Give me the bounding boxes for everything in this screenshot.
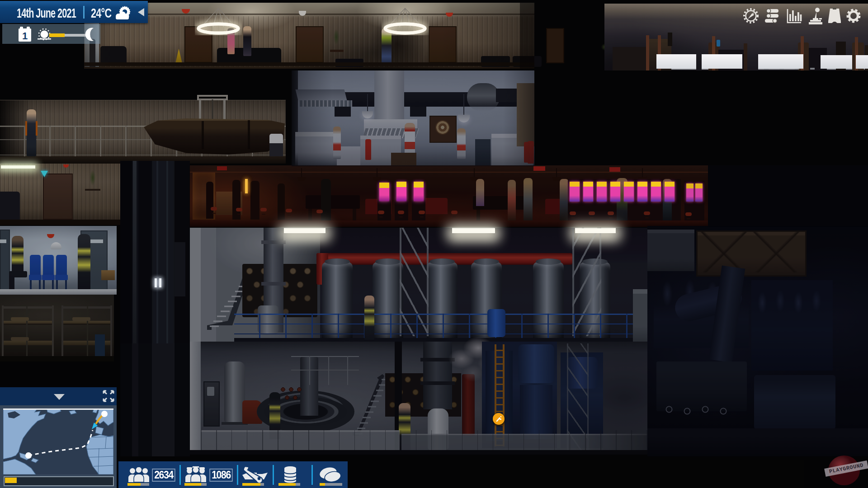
- svg-text:1: 1: [22, 30, 28, 42]
